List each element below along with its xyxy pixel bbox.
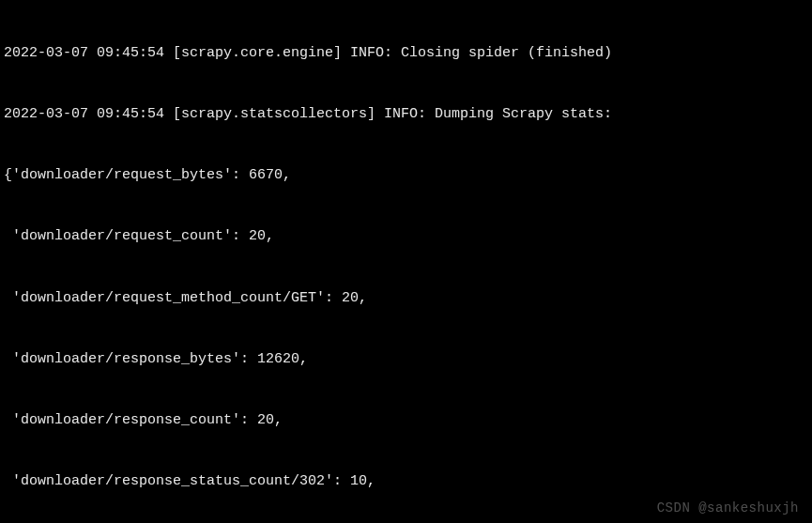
log-line: 'downloader/response_count': 20, bbox=[4, 410, 808, 431]
log-line: 2022-03-07 09:45:54 [scrapy.statscollect… bbox=[4, 104, 808, 125]
log-line: {'downloader/request_bytes': 6670, bbox=[4, 165, 808, 186]
log-line: 'downloader/response_status_count/302': … bbox=[4, 471, 808, 492]
log-line: 'downloader/request_method_count/GET': 2… bbox=[4, 288, 808, 309]
log-line: 'downloader/request_count': 20, bbox=[4, 226, 808, 247]
terminal-output: 2022-03-07 09:45:54 [scrapy.core.engine]… bbox=[0, 0, 812, 523]
log-line: 2022-03-07 09:45:54 [scrapy.core.engine]… bbox=[4, 43, 808, 64]
log-line: 'downloader/response_bytes': 12620, bbox=[4, 349, 808, 370]
